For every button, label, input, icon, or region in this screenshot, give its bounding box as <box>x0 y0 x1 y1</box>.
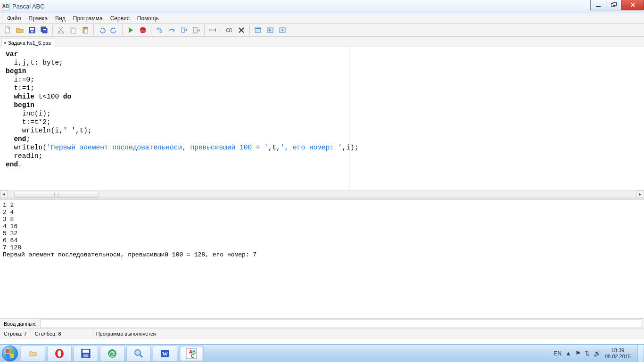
form-right-button[interactable] <box>277 25 288 36</box>
data-input[interactable] <box>41 320 642 328</box>
new-file-button[interactable] <box>2 25 13 36</box>
close-button[interactable] <box>621 0 644 10</box>
svg-point-32 <box>135 350 140 355</box>
toolbar: STOP >123 <box>0 24 644 37</box>
status-column: Столбец: 8 <box>31 329 92 338</box>
taskbar-pascal-abc[interactable]: ABC <box>179 346 204 362</box>
save-button[interactable] <box>26 25 38 36</box>
output-line: 7 128 <box>3 244 21 251</box>
window-titlebar: AB Pascal ABC <box>0 0 644 13</box>
output-line: 5 32 <box>3 230 17 237</box>
tray-date: 08.02.2015 <box>605 354 631 360</box>
output-line: 3 8 <box>3 216 14 223</box>
tray-clock[interactable]: 18:39 08.02.2015 <box>605 347 634 360</box>
maximize-button[interactable] <box>606 0 622 10</box>
copy-button[interactable] <box>67 25 79 36</box>
minimize-button[interactable] <box>590 0 606 10</box>
window-title: Pascal ABC <box>12 3 45 10</box>
svg-text:@: @ <box>109 350 116 357</box>
svg-rect-22 <box>255 28 261 29</box>
menu-service[interactable]: Сервис <box>107 14 133 23</box>
tray-volume-icon[interactable]: 🔊 <box>594 350 601 357</box>
run-to-cursor-button[interactable] <box>190 25 202 36</box>
taskbar-opera[interactable] <box>47 346 72 362</box>
output-line: 1 2 <box>3 202 14 209</box>
start-button[interactable] <box>0 345 20 362</box>
scroll-left-button[interactable]: ◄ <box>0 190 8 198</box>
svg-rect-13 <box>84 29 88 33</box>
menu-file[interactable]: Файл <box>3 14 25 23</box>
output-line: 4 16 <box>3 223 17 230</box>
form-left-button[interactable] <box>264 25 276 36</box>
modified-indicator-icon <box>4 42 6 44</box>
scroll-track[interactable] <box>8 190 636 198</box>
taskbar-word[interactable]: W <box>153 346 177 362</box>
output-line: Первый элемент последовательноси, превыс… <box>3 251 256 258</box>
windows-logo-icon <box>6 349 14 358</box>
svg-rect-28 <box>83 349 89 353</box>
svg-text:STOP: STOP <box>140 29 146 32</box>
svg-point-20 <box>229 28 232 32</box>
menu-help[interactable]: Помощь <box>133 14 163 23</box>
save-all-button[interactable] <box>39 25 50 36</box>
paste-button[interactable] <box>80 25 91 36</box>
svg-text:W: W <box>162 351 168 357</box>
cut-button[interactable] <box>55 25 66 36</box>
output-panel[interactable]: 1 2 2 4 3 8 4 16 5 32 6 64 7 128 Первый … <box>0 200 644 319</box>
stop-button[interactable]: STOP <box>137 25 149 36</box>
status-bar: Строка: 7 Столбец: 8 Программа выполняет… <box>0 329 644 338</box>
taskbar-explorer[interactable] <box>21 346 45 362</box>
svg-rect-2 <box>30 28 34 30</box>
status-message: Программа выполняется <box>92 329 160 338</box>
code-editor[interactable]: var i,j,t: byte; begin i:=0; t:=1; while… <box>0 47 644 190</box>
editor-margin-line <box>349 47 349 190</box>
svg-rect-17 <box>193 27 197 33</box>
step-out-button[interactable] <box>178 25 190 36</box>
run-button[interactable] <box>125 25 136 36</box>
taskbar-magnifier[interactable] <box>126 346 151 362</box>
svg-rect-12 <box>84 27 87 28</box>
tray-flag-icon[interactable]: ▲ <box>565 350 571 357</box>
watch-button[interactable] <box>223 25 235 36</box>
output-line: 2 4 <box>3 209 14 216</box>
menu-bar: Файл Правка Вид Программа Сервис Помощь <box>0 13 644 24</box>
svg-point-19 <box>226 28 229 32</box>
system-tray: EN ▲ ⚑ ⇅ 🔊 18:39 08.02.2015 <box>553 345 644 362</box>
input-row: Ввод данных: <box>0 319 644 329</box>
step-over-button[interactable] <box>166 25 177 36</box>
tray-network-icon[interactable]: ⇅ <box>585 350 590 357</box>
form-button[interactable] <box>252 25 264 36</box>
scroll-right-button[interactable]: ► <box>636 190 644 198</box>
tab-label: Задача №1_6.pas <box>8 40 51 46</box>
windows-taskbar: @ W ABC EN ▲ ⚑ ⇅ 🔊 18:39 08.02.2015 <box>0 344 644 362</box>
file-tab[interactable]: Задача №1_6.pas <box>1 39 55 47</box>
svg-rect-16 <box>182 28 184 33</box>
menu-edit[interactable]: Правка <box>25 14 52 23</box>
show-desktop-button[interactable] <box>637 345 643 362</box>
editor-area: var i,j,t: byte; begin i:=0; t:=1; while… <box>0 47 644 198</box>
horizontal-scrollbar[interactable]: ◄ ► <box>0 190 644 197</box>
svg-rect-29 <box>83 354 89 357</box>
breakpoint-button[interactable] <box>236 25 247 36</box>
svg-point-26 <box>58 350 61 357</box>
output-line: 6 64 <box>3 237 17 244</box>
taskbar-save-app[interactable] <box>74 346 98 362</box>
taskbar-mail[interactable]: @ <box>100 346 124 362</box>
menu-program[interactable]: Программа <box>69 14 107 23</box>
tray-action-center-icon[interactable]: ⚑ <box>575 350 581 357</box>
open-file-button[interactable] <box>14 25 25 36</box>
input-output-button[interactable]: >123 <box>207 25 218 36</box>
status-line: Строка: 7 <box>0 329 31 338</box>
tray-time: 18:39 <box>605 347 631 354</box>
redo-button[interactable] <box>108 25 120 36</box>
input-label: Ввод данных: <box>0 321 41 327</box>
svg-rect-3 <box>31 31 33 33</box>
menu-view[interactable]: Вид <box>51 14 69 23</box>
scroll-thumb[interactable] <box>14 191 99 197</box>
undo-button[interactable] <box>96 25 107 36</box>
language-indicator[interactable]: EN <box>553 350 561 357</box>
svg-rect-10 <box>72 29 75 33</box>
svg-text:C: C <box>191 354 194 359</box>
tab-bar: Задача №1_6.pas <box>0 37 644 47</box>
step-into-button[interactable] <box>154 25 165 36</box>
